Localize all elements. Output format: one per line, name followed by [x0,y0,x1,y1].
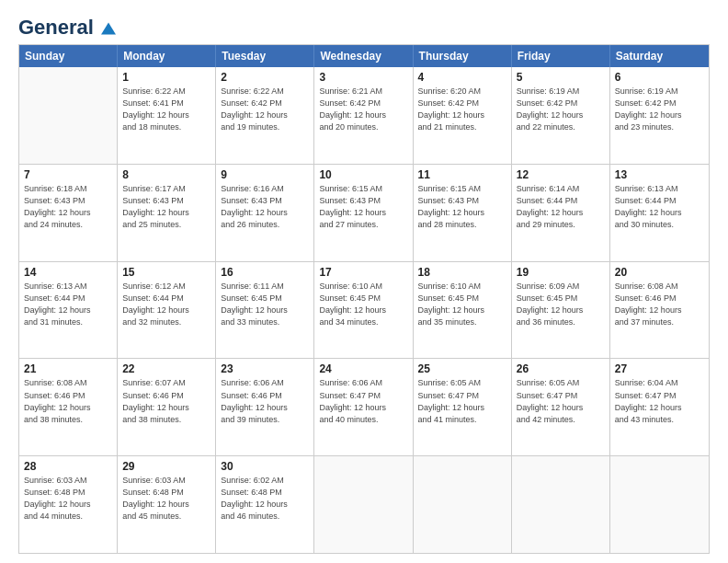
calendar-row-5: 28Sunrise: 6:03 AM Sunset: 6:48 PM Dayli… [19,455,709,553]
day-number: 6 [615,71,704,84]
empty-cell-4-3 [314,456,413,553]
calendar-row-1: 1Sunrise: 6:22 AM Sunset: 6:41 PM Daylig… [19,67,709,164]
day-cell-13: 13Sunrise: 6:13 AM Sunset: 6:44 PM Dayli… [610,165,709,261]
empty-cell-4-4 [414,456,512,553]
day-info: Sunrise: 6:05 AM Sunset: 6:47 PM Dayligh… [517,377,605,425]
day-cell-22: 22Sunrise: 6:07 AM Sunset: 6:46 PM Dayli… [118,359,216,455]
header-day-wednesday: Wednesday [314,45,413,67]
day-info: Sunrise: 6:08 AM Sunset: 6:46 PM Dayligh… [24,377,112,425]
day-info: Sunrise: 6:18 AM Sunset: 6:43 PM Dayligh… [24,183,112,231]
header-day-monday: Monday [118,45,216,67]
header-day-saturday: Saturday [610,45,709,67]
calendar-row-3: 14Sunrise: 6:13 AM Sunset: 6:44 PM Dayli… [19,261,709,359]
day-info: Sunrise: 6:14 AM Sunset: 6:44 PM Dayligh… [517,183,605,231]
day-cell-1: 1Sunrise: 6:22 AM Sunset: 6:41 PM Daylig… [118,67,216,164]
day-cell-27: 27Sunrise: 6:04 AM Sunset: 6:47 PM Dayli… [610,359,709,455]
day-number: 9 [221,168,309,181]
day-number: 4 [418,71,506,84]
header-day-sunday: Sunday [19,45,118,67]
day-number: 26 [517,362,605,375]
day-cell-15: 15Sunrise: 6:12 AM Sunset: 6:44 PM Dayli… [118,262,216,359]
day-info: Sunrise: 6:03 AM Sunset: 6:48 PM Dayligh… [24,475,112,523]
day-number: 23 [221,362,309,375]
day-info: Sunrise: 6:20 AM Sunset: 6:42 PM Dayligh… [418,86,506,133]
day-cell-14: 14Sunrise: 6:13 AM Sunset: 6:44 PM Dayli… [19,262,118,359]
day-number: 30 [221,460,309,473]
day-cell-11: 11Sunrise: 6:15 AM Sunset: 6:43 PM Dayli… [414,165,512,261]
day-number: 19 [517,266,605,279]
day-number: 10 [319,168,407,181]
day-cell-5: 5Sunrise: 6:19 AM Sunset: 6:42 PM Daylig… [512,67,610,164]
header-day-friday: Friday [512,45,610,67]
day-cell-10: 10Sunrise: 6:15 AM Sunset: 6:43 PM Dayli… [314,165,413,261]
empty-cell-0-0 [19,67,118,164]
logo-text: General [18,17,116,39]
day-cell-24: 24Sunrise: 6:06 AM Sunset: 6:47 PM Dayli… [314,359,413,455]
day-cell-4: 4Sunrise: 6:20 AM Sunset: 6:42 PM Daylig… [414,67,512,164]
day-cell-20: 20Sunrise: 6:08 AM Sunset: 6:46 PM Dayli… [610,262,709,359]
calendar-row-4: 21Sunrise: 6:08 AM Sunset: 6:46 PM Dayli… [19,358,709,455]
day-number: 7 [24,168,112,181]
day-cell-18: 18Sunrise: 6:10 AM Sunset: 6:45 PM Dayli… [414,262,512,359]
calendar-header: SundayMondayTuesdayWednesdayThursdayFrid… [19,45,709,67]
day-cell-21: 21Sunrise: 6:08 AM Sunset: 6:46 PM Dayli… [19,359,118,455]
day-info: Sunrise: 6:09 AM Sunset: 6:45 PM Dayligh… [517,281,605,328]
day-info: Sunrise: 6:19 AM Sunset: 6:42 PM Dayligh… [517,86,605,133]
day-info: Sunrise: 6:13 AM Sunset: 6:44 PM Dayligh… [615,183,704,231]
day-cell-19: 19Sunrise: 6:09 AM Sunset: 6:45 PM Dayli… [512,262,610,359]
day-number: 5 [517,71,605,84]
day-info: Sunrise: 6:21 AM Sunset: 6:42 PM Dayligh… [319,86,407,133]
header-day-tuesday: Tuesday [216,45,314,67]
logo: General [18,17,116,35]
day-info: Sunrise: 6:03 AM Sunset: 6:48 PM Dayligh… [122,475,210,523]
day-info: Sunrise: 6:07 AM Sunset: 6:46 PM Dayligh… [122,377,210,425]
day-number: 29 [122,460,210,473]
day-info: Sunrise: 6:15 AM Sunset: 6:43 PM Dayligh… [319,183,407,231]
svg-marker-0 [101,23,116,35]
day-info: Sunrise: 6:16 AM Sunset: 6:43 PM Dayligh… [221,183,309,231]
day-info: Sunrise: 6:11 AM Sunset: 6:45 PM Dayligh… [221,281,309,328]
day-cell-25: 25Sunrise: 6:05 AM Sunset: 6:47 PM Dayli… [414,359,512,455]
day-number: 28 [24,460,112,473]
day-info: Sunrise: 6:19 AM Sunset: 6:42 PM Dayligh… [615,86,704,133]
calendar-row-2: 7Sunrise: 6:18 AM Sunset: 6:43 PM Daylig… [19,164,709,261]
day-cell-9: 9Sunrise: 6:16 AM Sunset: 6:43 PM Daylig… [216,165,314,261]
calendar-body: 1Sunrise: 6:22 AM Sunset: 6:41 PM Daylig… [19,67,709,553]
day-number: 8 [122,168,210,181]
day-cell-28: 28Sunrise: 6:03 AM Sunset: 6:48 PM Dayli… [19,456,118,553]
day-cell-23: 23Sunrise: 6:06 AM Sunset: 6:46 PM Dayli… [216,359,314,455]
day-cell-16: 16Sunrise: 6:11 AM Sunset: 6:45 PM Dayli… [216,262,314,359]
day-info: Sunrise: 6:22 AM Sunset: 6:42 PM Dayligh… [221,86,309,133]
day-number: 2 [221,71,309,84]
day-number: 14 [24,266,112,279]
day-info: Sunrise: 6:02 AM Sunset: 6:48 PM Dayligh… [221,475,309,523]
day-cell-26: 26Sunrise: 6:05 AM Sunset: 6:47 PM Dayli… [512,359,610,455]
day-number: 17 [319,266,407,279]
day-number: 24 [319,362,407,375]
day-info: Sunrise: 6:17 AM Sunset: 6:43 PM Dayligh… [122,183,210,231]
day-number: 1 [122,71,210,84]
day-info: Sunrise: 6:10 AM Sunset: 6:45 PM Dayligh… [319,281,407,328]
day-number: 21 [24,362,112,375]
day-cell-12: 12Sunrise: 6:14 AM Sunset: 6:44 PM Dayli… [512,165,610,261]
day-number: 18 [418,266,506,279]
day-cell-3: 3Sunrise: 6:21 AM Sunset: 6:42 PM Daylig… [314,67,413,164]
day-info: Sunrise: 6:22 AM Sunset: 6:41 PM Dayligh… [122,86,210,133]
day-info: Sunrise: 6:06 AM Sunset: 6:46 PM Dayligh… [221,377,309,425]
day-cell-29: 29Sunrise: 6:03 AM Sunset: 6:48 PM Dayli… [118,456,216,553]
day-cell-7: 7Sunrise: 6:18 AM Sunset: 6:43 PM Daylig… [19,165,118,261]
day-info: Sunrise: 6:10 AM Sunset: 6:45 PM Dayligh… [418,281,506,328]
day-cell-17: 17Sunrise: 6:10 AM Sunset: 6:45 PM Dayli… [314,262,413,359]
day-info: Sunrise: 6:12 AM Sunset: 6:44 PM Dayligh… [122,281,210,328]
day-info: Sunrise: 6:04 AM Sunset: 6:47 PM Dayligh… [615,377,704,425]
day-number: 15 [122,266,210,279]
page: General SundayMondayTuesdayWednesdayThur… [0,0,728,563]
day-info: Sunrise: 6:13 AM Sunset: 6:44 PM Dayligh… [24,281,112,328]
day-info: Sunrise: 6:06 AM Sunset: 6:47 PM Dayligh… [319,377,407,425]
logo-icon [101,22,116,35]
day-cell-2: 2Sunrise: 6:22 AM Sunset: 6:42 PM Daylig… [216,67,314,164]
empty-cell-4-6 [610,456,709,553]
calendar: SundayMondayTuesdayWednesdayThursdayFrid… [18,44,710,554]
day-info: Sunrise: 6:08 AM Sunset: 6:46 PM Dayligh… [615,281,704,328]
day-number: 22 [122,362,210,375]
